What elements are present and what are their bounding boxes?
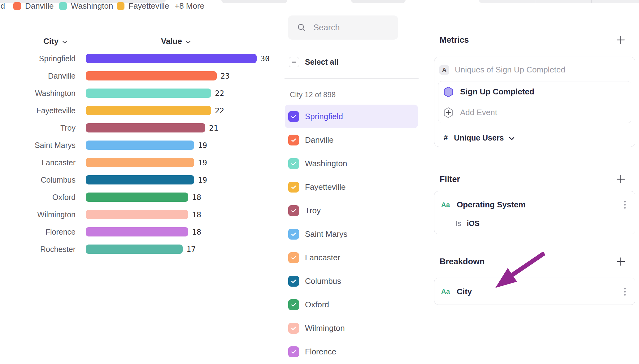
bar[interactable] <box>86 175 194 184</box>
column-header-value-label: Value <box>161 37 182 46</box>
checked-checkbox[interactable] <box>288 111 299 122</box>
city-list-item[interactable]: Wilmington <box>285 316 418 340</box>
checked-checkbox[interactable] <box>288 229 299 240</box>
bar[interactable] <box>86 210 188 219</box>
checkmark-icon <box>290 113 297 120</box>
select-all-label: Select all <box>305 58 338 67</box>
select-all-row[interactable]: Select all <box>289 57 338 67</box>
add-breakdown-button[interactable] <box>616 257 625 266</box>
breakdown-property-label: City <box>457 287 472 297</box>
column-header-city[interactable]: City <box>43 37 67 46</box>
bar-value-label: 30 <box>260 54 270 63</box>
city-list-item[interactable]: Lancaster <box>285 246 418 269</box>
add-metric-button[interactable] <box>616 35 625 45</box>
bar[interactable] <box>86 141 194 150</box>
breakdown-section-header: Breakdown <box>440 256 625 267</box>
bar-value-label: 21 <box>209 124 218 132</box>
city-label: Saint Marys <box>305 229 347 239</box>
add-filter-button[interactable] <box>616 175 625 184</box>
legend-item-clipped[interactable]: ld <box>0 0 5 12</box>
top-tab-remnant <box>221 0 287 3</box>
measure-selector[interactable]: # Unique Users <box>444 132 515 143</box>
city-list-item[interactable]: Oxford <box>285 293 418 316</box>
bar-chart: Springfield 30 Danville 23 Washington 22… <box>0 50 280 258</box>
bar[interactable] <box>86 106 211 115</box>
checked-checkbox[interactable] <box>288 346 299 357</box>
bar[interactable] <box>86 123 205 132</box>
filter-clause-row[interactable]: Is iOS <box>455 219 480 228</box>
formula-badge: A <box>439 65 449 75</box>
bar-value-label: 18 <box>192 193 201 202</box>
bar-chart-row: Columbus 19 <box>0 171 280 188</box>
bar-chart-row: Danville 23 <box>0 67 280 84</box>
legend-item-washington[interactable]: Washington <box>59 0 113 12</box>
chart-table-header: City Value <box>0 37 280 47</box>
bar-category-label: Columbus <box>0 176 76 184</box>
breakdown-card[interactable]: Aa City <box>434 278 635 305</box>
city-list-item[interactable]: Columbus <box>285 269 418 293</box>
city-list-item[interactable]: Troy <box>285 199 418 222</box>
bar-category-label: Saint Marys <box>0 141 76 150</box>
event-row[interactable]: Sign Up Completed <box>438 81 631 102</box>
bar-category-label: Springfield <box>0 54 76 63</box>
city-list-item[interactable]: Saint Marys <box>285 222 418 246</box>
filter-card[interactable]: Aa Operating System Is iOS <box>434 191 635 234</box>
bar-category-label: Rochester <box>0 245 76 254</box>
bar[interactable] <box>86 245 183 254</box>
bar[interactable] <box>86 193 188 202</box>
checkmark-icon <box>290 231 297 237</box>
checked-checkbox[interactable] <box>288 276 299 287</box>
city-label: Washington <box>305 159 347 168</box>
checked-checkbox[interactable] <box>288 323 299 334</box>
checked-checkbox[interactable] <box>288 299 299 310</box>
bar[interactable] <box>86 227 188 236</box>
city-list-item[interactable]: Springfield <box>285 105 418 128</box>
analytics-app: ld Danville Washington Fayetteville +8 M… <box>0 0 639 364</box>
checked-checkbox[interactable] <box>288 135 299 145</box>
chevron-down-icon <box>186 41 191 44</box>
city-list-item[interactable]: Fayetteville <box>285 175 418 199</box>
checked-checkbox[interactable] <box>288 252 299 263</box>
bar[interactable] <box>86 71 217 80</box>
checked-checkbox[interactable] <box>288 205 299 216</box>
add-event-icon <box>443 107 453 118</box>
bar-value-label: 19 <box>198 141 207 150</box>
bar[interactable] <box>86 89 211 98</box>
legend-more-button[interactable]: +8 More <box>175 0 204 12</box>
legend-label: Danville <box>25 1 54 11</box>
legend-swatch <box>59 2 67 10</box>
city-list-item[interactable]: Florence <box>285 340 418 363</box>
kebab-menu-icon[interactable] <box>624 288 626 296</box>
bar-category-label: Lancaster <box>0 158 76 167</box>
city-list-item[interactable]: Danville <box>285 128 418 152</box>
city-label: Danville <box>305 135 334 145</box>
search-input[interactable] <box>313 23 424 33</box>
city-label: Lancaster <box>305 253 340 262</box>
legend-label: Fayetteville <box>128 1 169 11</box>
city-list-item[interactable]: Washington <box>285 152 418 175</box>
bar-category-label: Oxford <box>0 193 76 202</box>
metrics-section-header: Metrics <box>440 35 625 45</box>
property-type-icon: Aa <box>441 201 450 209</box>
legend-item-danville[interactable]: Danville <box>13 0 54 12</box>
legend-swatch <box>117 2 124 10</box>
city-label: Wilmington <box>305 323 345 333</box>
legend-item-fayetteville[interactable]: Fayetteville <box>117 0 169 12</box>
add-event-row[interactable]: Add Event <box>438 102 631 123</box>
checked-checkbox[interactable] <box>288 158 299 169</box>
legend-label: Washington <box>71 1 113 11</box>
select-all-checkbox-indeterminate[interactable] <box>289 57 299 67</box>
filter-property-label: Operating System <box>457 200 526 210</box>
checked-checkbox[interactable] <box>288 182 299 193</box>
search-box[interactable] <box>288 15 398 40</box>
column-header-value[interactable]: Value <box>161 37 191 46</box>
filter-property-row: Aa Operating System <box>441 200 626 210</box>
bar-category-label: Danville <box>0 72 76 80</box>
chevron-down-icon <box>62 41 67 44</box>
metric-card[interactable]: A Uniques of Sign Up Completed Sign Up C… <box>434 57 635 147</box>
kebab-menu-icon[interactable] <box>624 201 626 209</box>
bar[interactable] <box>86 158 194 167</box>
checkmark-icon <box>290 160 297 167</box>
bar[interactable] <box>86 54 257 63</box>
metric-formula-row: A Uniques of Sign Up Completed <box>439 65 565 75</box>
